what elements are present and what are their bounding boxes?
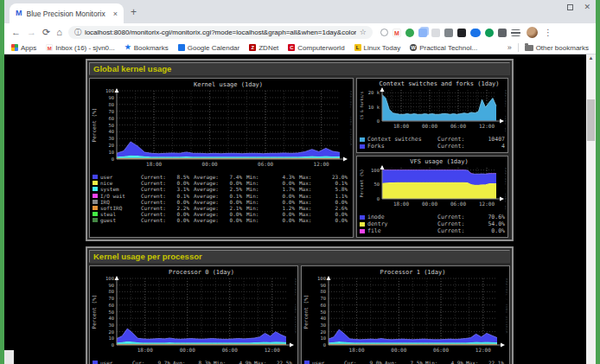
scrollbar-thumb[interactable]	[587, 99, 595, 141]
apps-grid-icon	[11, 44, 18, 51]
legend-label: I/O wait	[100, 193, 137, 199]
dark-extension-icon[interactable]	[457, 29, 466, 37]
legend-stat: Max:23.0%	[299, 174, 348, 180]
section-kernel-usage-per-processor: Kernel usage per processor 0102030405060…	[86, 246, 514, 364]
svg-text:80: 80	[108, 102, 114, 107]
legend-stat: Max:5.8%	[299, 186, 348, 192]
linux-today-icon: L	[354, 44, 361, 51]
maximize-icon[interactable]	[567, 4, 573, 10]
legend-label: Context switches	[367, 136, 437, 143]
legend-swatch-dentry	[360, 222, 365, 227]
bookmark-computerworld[interactable]: CComputerworld	[288, 44, 344, 52]
tab-title: Blue Precision Monitorix	[27, 10, 109, 18]
svg-text:50: 50	[108, 123, 114, 128]
svg-text:80: 80	[108, 289, 114, 294]
legend-stat: Max:0.0%	[299, 199, 348, 205]
svg-text:40: 40	[320, 316, 326, 321]
svg-text:10: 10	[108, 150, 114, 155]
legend-stat: Avg:7.5%	[385, 360, 423, 364]
monitorix-content: Global kernel usage 01020304050607080901…	[86, 59, 514, 364]
legend-row: IRQCurrent:0.0%Average:0.0%Min:0.0%Max:0…	[91, 199, 352, 205]
legend-stat: Min:0.0%	[246, 211, 295, 217]
legend-stat: Average:0.0%	[194, 199, 242, 205]
chrome-menu-icon[interactable]: ⋮	[544, 29, 552, 37]
new-tab-button[interactable]: +	[131, 7, 137, 17]
svg-text:70: 70	[108, 109, 114, 114]
profile-avatar[interactable]	[527, 27, 538, 38]
wordpress-icon: W	[410, 44, 417, 51]
svg-text:50: 50	[320, 310, 326, 315]
bookmarks-right: » Other bookmarks	[507, 43, 589, 52]
legend-stat: Cur:9.7%	[132, 360, 170, 364]
scrollbar-up-icon[interactable]: ▲	[586, 55, 596, 61]
other-bookmarks-button[interactable]: Other bookmarks	[525, 44, 589, 52]
legend-label: IRQ	[100, 199, 137, 205]
bookmark-star-icon[interactable]: ☆	[360, 29, 367, 36]
page-info-icon[interactable]: ⓘ	[74, 29, 81, 36]
svg-text:00:00: 00:00	[422, 123, 437, 129]
legend-label: nice	[100, 180, 137, 186]
legend-stat: Min:0.0%	[246, 199, 295, 205]
browser-toolbar: ← → ⟳ ⌂ ⓘ localhost:8080/monitorix-cgi/m…	[4, 23, 596, 42]
magnifier-extension-icon[interactable]	[380, 29, 388, 36]
forward-icon[interactable]: →	[27, 28, 36, 37]
green-orb-extension-icon[interactable]	[405, 29, 414, 37]
svg-text:Context switches and forks (1: Context switches and forks (1day)	[379, 80, 499, 87]
svg-text:10: 10	[108, 335, 114, 341]
legend-label: steal	[100, 211, 137, 217]
blue-oval-extension-icon[interactable]	[470, 29, 481, 37]
playlist-extension-icon[interactable]	[511, 29, 520, 36]
back-icon[interactable]: ←	[11, 28, 21, 37]
svg-text:12:00: 12:00	[265, 347, 280, 353]
svg-text:70: 70	[108, 296, 114, 301]
svg-text:90: 90	[320, 283, 326, 288]
address-bar[interactable]: ⓘ localhost:8080/monitorix-cgi/monitorix…	[68, 26, 373, 39]
legend-stat: Current:3.1%	[141, 186, 189, 192]
url-text[interactable]: localhost:8080/monitorix-cgi/monitorix.c…	[85, 29, 356, 36]
bookmark-google-calendar[interactable]: Google Calendar	[178, 44, 239, 52]
legend-swatch-file	[360, 229, 365, 233]
web-page: Global kernel usage 01020304050607080901…	[4, 54, 596, 364]
star-icon: ★	[124, 44, 131, 51]
svg-text:40: 40	[108, 316, 114, 321]
green-circle-extension-icon[interactable]	[485, 29, 494, 37]
legend-stat: Current:10407	[437, 136, 505, 143]
bookmark-bookmarks[interactable]: ★Bookmarks	[124, 44, 169, 52]
svg-text:Percent (%): Percent (%)	[91, 295, 97, 329]
tab-close-icon[interactable]: ×	[113, 10, 118, 18]
page-scrollbar[interactable]: ▲	[586, 54, 596, 364]
legend-stat: Min:1.7%	[246, 186, 295, 192]
bookmark-linux-today[interactable]: LLinux Today	[354, 44, 401, 52]
gray-extension-icon[interactable]	[431, 29, 440, 37]
svg-text:90: 90	[108, 283, 114, 288]
bookmark-zdnet[interactable]: ZZDNet	[249, 44, 278, 52]
puzzle-extension-icon[interactable]	[498, 29, 507, 37]
svg-text:Kernel usage (1day): Kernel usage (1day)	[194, 81, 263, 88]
legend-label: user	[100, 360, 130, 364]
legend-swatch-steal	[93, 212, 98, 216]
bookmarks-overflow-icon[interactable]: »	[507, 43, 512, 52]
bookmark-practical-technology[interactable]: WPractical Technol...	[410, 44, 477, 52]
browser-window: M Blue Precision Monitorix × + ✕ ← → ⟳ ⌂…	[4, 0, 596, 364]
legend-swatch-context-switches	[360, 137, 365, 142]
gmail-icon: M	[46, 44, 53, 51]
cast-extension-icon[interactable]	[444, 29, 453, 37]
pages-extension-icon[interactable]	[418, 29, 427, 37]
section-global-kernel-usage: Global kernel usage 01020304050607080901…	[86, 59, 514, 241]
home-icon[interactable]: ⌂	[56, 28, 62, 37]
bookmark-apps[interactable]: Apps	[11, 44, 36, 52]
svg-text:60: 60	[108, 116, 114, 121]
section-title: Global kernel usage	[89, 62, 510, 75]
svg-text:60: 60	[320, 303, 326, 308]
browser-tab[interactable]: M Blue Precision Monitorix ×	[10, 3, 124, 23]
close-window-icon[interactable]: ✕	[584, 3, 590, 11]
legend-stat: Average:7.4%	[194, 174, 242, 180]
legend-stat: Current:2.2%	[141, 205, 189, 211]
processor-1-chart: 010203040506070809010018:0000:0006:0012:…	[303, 267, 507, 355]
legend-swatch-user	[304, 361, 310, 364]
status-bubble	[4, 350, 14, 364]
reload-icon[interactable]: ⟳	[42, 28, 50, 37]
bookmark-inbox[interactable]: MInbox (16) - sjvn0...	[46, 44, 114, 52]
gmail-extension-icon[interactable]: M	[393, 29, 401, 37]
legend-stat: Max:0.1%	[299, 180, 348, 186]
